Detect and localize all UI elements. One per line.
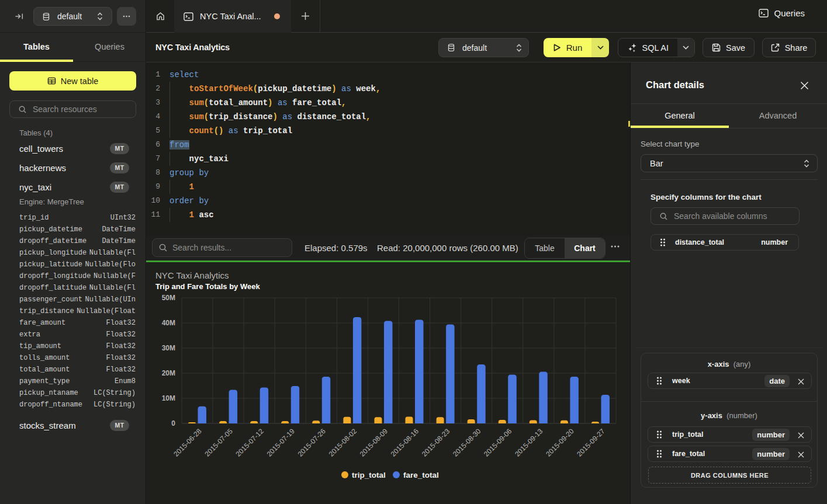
svg-text:fare_total: fare_total — [403, 471, 439, 479]
svg-text:2015-08-23: 2015-08-23 — [420, 427, 452, 458]
svg-text:30M: 30M — [162, 344, 175, 352]
svg-text:2015-09-27: 2015-09-27 — [575, 427, 607, 458]
svg-text:2015-06-28: 2015-06-28 — [172, 427, 203, 458]
svg-text:50M: 50M — [162, 294, 175, 302]
svg-text:2015-09-20: 2015-09-20 — [544, 427, 576, 458]
svg-text:40M: 40M — [162, 319, 175, 327]
svg-text:2015-08-02: 2015-08-02 — [327, 427, 359, 458]
svg-text:2015-09-13: 2015-09-13 — [513, 427, 545, 458]
svg-text:2015-08-16: 2015-08-16 — [389, 427, 421, 458]
svg-text:2015-07-05: 2015-07-05 — [203, 427, 234, 458]
svg-text:0: 0 — [171, 419, 175, 427]
svg-text:2015-08-30: 2015-08-30 — [451, 427, 483, 458]
svg-text:20M: 20M — [162, 369, 175, 377]
svg-text:2015-07-12: 2015-07-12 — [234, 427, 266, 458]
svg-text:2015-07-19: 2015-07-19 — [265, 427, 297, 458]
svg-text:2015-09-06: 2015-09-06 — [482, 427, 514, 458]
svg-text:10M: 10M — [162, 394, 175, 402]
svg-text:trip_total: trip_total — [352, 471, 386, 479]
svg-text:2015-08-09: 2015-08-09 — [358, 427, 390, 458]
svg-text:2015-07-26: 2015-07-26 — [296, 427, 328, 458]
